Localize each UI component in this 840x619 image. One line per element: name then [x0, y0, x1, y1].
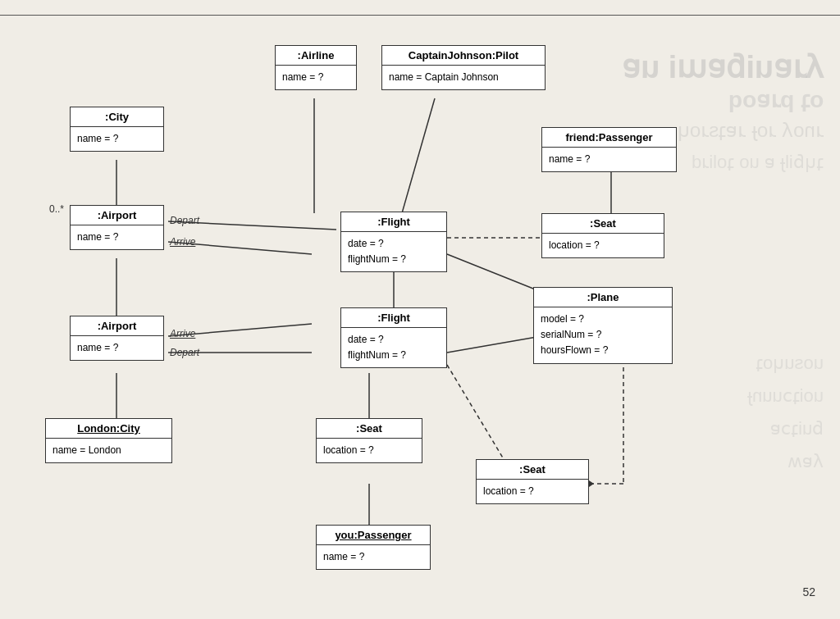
plane-body: model = ? serialNum = ? hoursFlown = ? — [534, 307, 672, 363]
city-header: :City — [71, 107, 163, 127]
captain-body: name = Captain Johnson — [382, 66, 545, 89]
depart1-label: Depart — [170, 215, 199, 226]
page: ʎɹɐuiɓɐɯi uɐ oʇ pɹɐoq ɹnoʎ ɹoɟ ɹɐʇsɹoɥ ʇ… — [0, 0, 840, 619]
bg-watermark-8: ʎɐʍ — [788, 451, 824, 472]
plane-box: :Plane model = ? serialNum = ? hoursFlow… — [533, 287, 673, 364]
seat1-body: location = ? — [542, 234, 664, 257]
multiplicity-label: 0..* — [49, 203, 64, 215]
seat2-body: location = ? — [317, 439, 422, 462]
arrive1-label: Arrive — [170, 236, 195, 248]
svg-marker-17 — [589, 480, 594, 487]
bg-watermark-2: oʇ pɹɐoq — [728, 86, 824, 113]
flight1-header: :Flight — [341, 212, 446, 232]
airport1-box: :Airport name = ? — [70, 205, 164, 250]
airport2-body: name = ? — [71, 336, 163, 360]
airport2-box: :Airport name = ? — [70, 316, 164, 361]
airport1-header: :Airport — [71, 206, 163, 225]
bg-watermark-3: ɹnoʎ ɹoɟ ɹɐʇsɹoɥ — [678, 119, 824, 142]
seat2-header: :Seat — [317, 419, 422, 439]
london-city-header: London:City — [46, 419, 171, 439]
flight2-box: :Flight date = ? flightNum = ? — [340, 307, 447, 368]
friend-passenger-box: friend:Passenger name = ? — [541, 127, 677, 172]
top-border — [0, 15, 840, 16]
london-city-box: London:City name = London — [45, 418, 172, 463]
seat3-header: :Seat — [477, 460, 588, 480]
svg-line-1 — [402, 98, 435, 213]
you-passenger-body: name = ? — [317, 545, 430, 569]
plane-header: :Plane — [534, 288, 672, 307]
depart2-label: Depart — [170, 347, 199, 358]
svg-line-12 — [447, 336, 541, 353]
seat1-box: :Seat location = ? — [541, 213, 664, 258]
airline-header: :Airline — [276, 46, 356, 66]
seat2-box: :Seat location = ? — [316, 418, 422, 463]
flight1-box: :Flight date = ? flightNum = ? — [340, 212, 447, 272]
bg-watermark-1: ʎɹɐuiɓɐɯi uɐ — [622, 49, 824, 85]
flight1-body: date = ? flightNum = ? — [341, 232, 446, 271]
friend-passenger-body: name = ? — [542, 148, 676, 171]
you-passenger-header: you:Passenger — [317, 526, 430, 545]
page-number: 52 — [802, 585, 815, 599]
seat3-box: :Seat location = ? — [476, 459, 589, 504]
bg-watermark-7: ɓuiʇɔɐ — [770, 418, 824, 439]
flight2-header: :Flight — [341, 308, 446, 328]
friend-passenger-header: friend:Passenger — [542, 128, 676, 148]
you-passenger-box: you:Passenger name = ? — [316, 525, 431, 570]
flight2-body: date = ? flightNum = ? — [341, 328, 446, 367]
airline-box: :Airline name = ? — [275, 45, 357, 90]
seat3-body: location = ? — [477, 480, 588, 503]
captain-box: CaptainJohnson:Pilot name = Captain John… — [381, 45, 546, 90]
bg-watermark-5: uosuɥoʇ — [756, 353, 824, 374]
captain-header: CaptainJohnson:Pilot — [382, 46, 545, 66]
arrive2-label: Arrive — [170, 328, 195, 339]
bg-watermark-6: uoiʇɔuunɟ — [747, 385, 824, 407]
city-box: :City name = ? — [70, 107, 164, 152]
london-city-body: name = London — [46, 439, 171, 462]
airport2-header: :Airport — [71, 316, 163, 336]
svg-line-14 — [447, 365, 509, 467]
seat1-header: :Seat — [542, 214, 664, 234]
airline-body: name = ? — [276, 66, 356, 89]
city-body: name = ? — [71, 127, 163, 151]
bg-watermark-4: ʇɥɓilɟ ɐ uo ʇoliɹd — [692, 152, 824, 173]
airport1-body: name = ? — [71, 225, 163, 249]
